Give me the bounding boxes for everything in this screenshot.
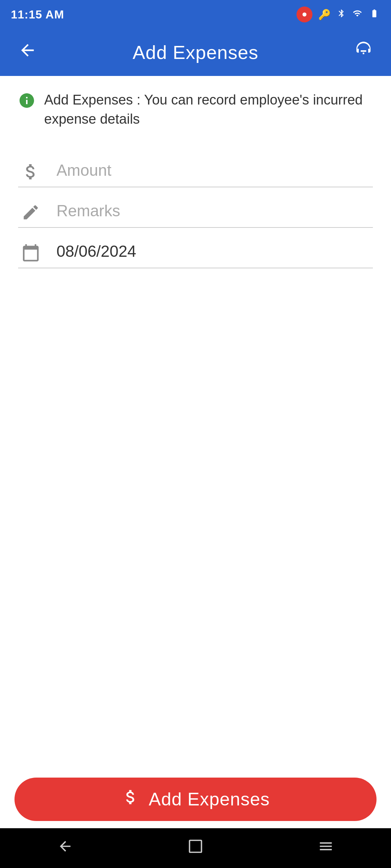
nav-back-icon[interactable] [57,838,73,858]
page-title: Add Expenses [133,42,258,63]
info-icon [18,92,35,113]
add-expenses-button-icon [121,788,140,811]
back-button[interactable] [14,37,41,68]
svg-point-0 [303,13,307,17]
remarks-field [18,191,373,228]
date-value[interactable]: 08/06/2024 [56,242,373,268]
app-bar: Add Expenses [0,29,391,76]
status-icons: 🔑 [297,7,380,22]
nav-menu-icon[interactable] [318,838,334,858]
money-icon [18,162,43,187]
wifi-icon [352,9,363,21]
bluetooth-icon [337,9,346,21]
status-bar: 11:15 AM 🔑 [0,0,391,29]
info-text: Add Expenses : You can record employee's… [44,90,373,129]
form-container: 08/06/2024 [0,143,391,279]
battery-icon [369,9,380,21]
remarks-input[interactable] [56,202,373,227]
amount-field [18,150,373,187]
calendar-icon [18,243,43,267]
screen-record-icon [297,7,312,22]
nav-home-icon[interactable] [188,838,203,858]
headset-button[interactable] [350,37,377,68]
bottom-nav [0,828,391,868]
add-expenses-button[interactable]: Add Expenses [14,778,377,821]
info-banner: Add Expenses : You can record employee's… [0,76,391,143]
key-icon: 🔑 [318,9,331,21]
amount-input[interactable] [56,161,373,187]
date-field: 08/06/2024 [18,231,373,268]
status-time: 11:15 AM [11,8,64,21]
add-expenses-button-label: Add Expenses [149,789,270,810]
edit-icon [18,203,43,226]
svg-rect-1 [190,841,202,852]
